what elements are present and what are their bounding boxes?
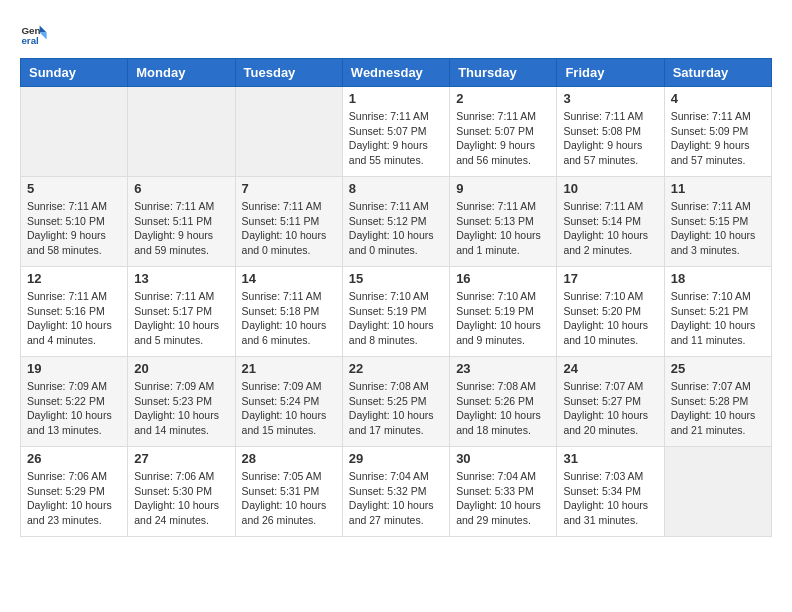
weekday-header-thursday: Thursday: [450, 59, 557, 87]
calendar-cell: 12Sunrise: 7:11 AM Sunset: 5:16 PM Dayli…: [21, 267, 128, 357]
day-number: 17: [563, 271, 657, 286]
day-number: 2: [456, 91, 550, 106]
day-info: Sunrise: 7:08 AM Sunset: 5:26 PM Dayligh…: [456, 379, 550, 438]
weekday-header-friday: Friday: [557, 59, 664, 87]
day-info: Sunrise: 7:11 AM Sunset: 5:18 PM Dayligh…: [242, 289, 336, 348]
day-info: Sunrise: 7:10 AM Sunset: 5:19 PM Dayligh…: [456, 289, 550, 348]
day-info: Sunrise: 7:05 AM Sunset: 5:31 PM Dayligh…: [242, 469, 336, 528]
day-number: 19: [27, 361, 121, 376]
day-number: 29: [349, 451, 443, 466]
calendar-cell: 2Sunrise: 7:11 AM Sunset: 5:07 PM Daylig…: [450, 87, 557, 177]
day-number: 4: [671, 91, 765, 106]
day-info: Sunrise: 7:10 AM Sunset: 5:19 PM Dayligh…: [349, 289, 443, 348]
svg-marker-3: [40, 33, 47, 40]
day-number: 11: [671, 181, 765, 196]
day-info: Sunrise: 7:11 AM Sunset: 5:14 PM Dayligh…: [563, 199, 657, 258]
day-info: Sunrise: 7:06 AM Sunset: 5:30 PM Dayligh…: [134, 469, 228, 528]
day-number: 31: [563, 451, 657, 466]
calendar-cell: 4Sunrise: 7:11 AM Sunset: 5:09 PM Daylig…: [664, 87, 771, 177]
weekday-header-tuesday: Tuesday: [235, 59, 342, 87]
week-row-4: 19Sunrise: 7:09 AM Sunset: 5:22 PM Dayli…: [21, 357, 772, 447]
day-number: 15: [349, 271, 443, 286]
day-info: Sunrise: 7:11 AM Sunset: 5:15 PM Dayligh…: [671, 199, 765, 258]
day-number: 27: [134, 451, 228, 466]
day-info: Sunrise: 7:11 AM Sunset: 5:11 PM Dayligh…: [242, 199, 336, 258]
calendar-table: SundayMondayTuesdayWednesdayThursdayFrid…: [20, 58, 772, 537]
calendar-cell: 11Sunrise: 7:11 AM Sunset: 5:15 PM Dayli…: [664, 177, 771, 267]
logo: Gen eral: [20, 20, 52, 48]
calendar-cell: 28Sunrise: 7:05 AM Sunset: 5:31 PM Dayli…: [235, 447, 342, 537]
day-number: 28: [242, 451, 336, 466]
day-info: Sunrise: 7:11 AM Sunset: 5:12 PM Dayligh…: [349, 199, 443, 258]
calendar-cell: 18Sunrise: 7:10 AM Sunset: 5:21 PM Dayli…: [664, 267, 771, 357]
day-info: Sunrise: 7:11 AM Sunset: 5:10 PM Dayligh…: [27, 199, 121, 258]
day-number: 10: [563, 181, 657, 196]
calendar-cell: 8Sunrise: 7:11 AM Sunset: 5:12 PM Daylig…: [342, 177, 449, 267]
day-info: Sunrise: 7:09 AM Sunset: 5:22 PM Dayligh…: [27, 379, 121, 438]
day-info: Sunrise: 7:04 AM Sunset: 5:33 PM Dayligh…: [456, 469, 550, 528]
calendar-cell: 19Sunrise: 7:09 AM Sunset: 5:22 PM Dayli…: [21, 357, 128, 447]
weekday-header-monday: Monday: [128, 59, 235, 87]
day-number: 30: [456, 451, 550, 466]
day-info: Sunrise: 7:08 AM Sunset: 5:25 PM Dayligh…: [349, 379, 443, 438]
day-info: Sunrise: 7:11 AM Sunset: 5:13 PM Dayligh…: [456, 199, 550, 258]
calendar-cell: 5Sunrise: 7:11 AM Sunset: 5:10 PM Daylig…: [21, 177, 128, 267]
day-info: Sunrise: 7:11 AM Sunset: 5:17 PM Dayligh…: [134, 289, 228, 348]
calendar-cell: 14Sunrise: 7:11 AM Sunset: 5:18 PM Dayli…: [235, 267, 342, 357]
weekday-header-saturday: Saturday: [664, 59, 771, 87]
day-number: 22: [349, 361, 443, 376]
day-info: Sunrise: 7:11 AM Sunset: 5:08 PM Dayligh…: [563, 109, 657, 168]
svg-text:eral: eral: [21, 35, 39, 46]
day-info: Sunrise: 7:11 AM Sunset: 5:11 PM Dayligh…: [134, 199, 228, 258]
day-number: 1: [349, 91, 443, 106]
day-info: Sunrise: 7:07 AM Sunset: 5:28 PM Dayligh…: [671, 379, 765, 438]
day-number: 8: [349, 181, 443, 196]
day-number: 7: [242, 181, 336, 196]
day-info: Sunrise: 7:11 AM Sunset: 5:07 PM Dayligh…: [456, 109, 550, 168]
day-number: 21: [242, 361, 336, 376]
day-info: Sunrise: 7:09 AM Sunset: 5:24 PM Dayligh…: [242, 379, 336, 438]
calendar-cell: 17Sunrise: 7:10 AM Sunset: 5:20 PM Dayli…: [557, 267, 664, 357]
week-row-1: 1Sunrise: 7:11 AM Sunset: 5:07 PM Daylig…: [21, 87, 772, 177]
calendar-cell: 31Sunrise: 7:03 AM Sunset: 5:34 PM Dayli…: [557, 447, 664, 537]
weekday-header-row: SundayMondayTuesdayWednesdayThursdayFrid…: [21, 59, 772, 87]
calendar-cell: [664, 447, 771, 537]
calendar-cell: 3Sunrise: 7:11 AM Sunset: 5:08 PM Daylig…: [557, 87, 664, 177]
weekday-header-sunday: Sunday: [21, 59, 128, 87]
weekday-header-wednesday: Wednesday: [342, 59, 449, 87]
day-info: Sunrise: 7:06 AM Sunset: 5:29 PM Dayligh…: [27, 469, 121, 528]
day-info: Sunrise: 7:09 AM Sunset: 5:23 PM Dayligh…: [134, 379, 228, 438]
day-number: 26: [27, 451, 121, 466]
calendar-cell: 13Sunrise: 7:11 AM Sunset: 5:17 PM Dayli…: [128, 267, 235, 357]
calendar-cell: 15Sunrise: 7:10 AM Sunset: 5:19 PM Dayli…: [342, 267, 449, 357]
day-number: 14: [242, 271, 336, 286]
calendar-cell: 16Sunrise: 7:10 AM Sunset: 5:19 PM Dayli…: [450, 267, 557, 357]
day-number: 12: [27, 271, 121, 286]
calendar-cell: [235, 87, 342, 177]
day-info: Sunrise: 7:04 AM Sunset: 5:32 PM Dayligh…: [349, 469, 443, 528]
day-number: 16: [456, 271, 550, 286]
calendar-cell: 29Sunrise: 7:04 AM Sunset: 5:32 PM Dayli…: [342, 447, 449, 537]
calendar-cell: 7Sunrise: 7:11 AM Sunset: 5:11 PM Daylig…: [235, 177, 342, 267]
week-row-3: 12Sunrise: 7:11 AM Sunset: 5:16 PM Dayli…: [21, 267, 772, 357]
page-header: Gen eral: [20, 20, 772, 48]
svg-marker-2: [40, 26, 47, 33]
calendar-cell: 25Sunrise: 7:07 AM Sunset: 5:28 PM Dayli…: [664, 357, 771, 447]
calendar-cell: 9Sunrise: 7:11 AM Sunset: 5:13 PM Daylig…: [450, 177, 557, 267]
calendar-cell: 1Sunrise: 7:11 AM Sunset: 5:07 PM Daylig…: [342, 87, 449, 177]
day-number: 25: [671, 361, 765, 376]
logo-icon: Gen eral: [20, 20, 48, 48]
day-number: 9: [456, 181, 550, 196]
day-number: 3: [563, 91, 657, 106]
day-number: 20: [134, 361, 228, 376]
day-info: Sunrise: 7:11 AM Sunset: 5:09 PM Dayligh…: [671, 109, 765, 168]
day-number: 18: [671, 271, 765, 286]
calendar-cell: 6Sunrise: 7:11 AM Sunset: 5:11 PM Daylig…: [128, 177, 235, 267]
day-info: Sunrise: 7:03 AM Sunset: 5:34 PM Dayligh…: [563, 469, 657, 528]
day-info: Sunrise: 7:11 AM Sunset: 5:07 PM Dayligh…: [349, 109, 443, 168]
calendar-cell: 21Sunrise: 7:09 AM Sunset: 5:24 PM Dayli…: [235, 357, 342, 447]
calendar-cell: 30Sunrise: 7:04 AM Sunset: 5:33 PM Dayli…: [450, 447, 557, 537]
day-number: 13: [134, 271, 228, 286]
day-number: 6: [134, 181, 228, 196]
calendar-cell: 22Sunrise: 7:08 AM Sunset: 5:25 PM Dayli…: [342, 357, 449, 447]
